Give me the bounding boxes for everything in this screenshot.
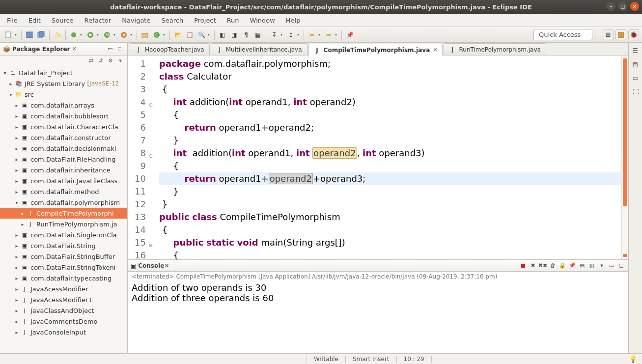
dropdown-icon[interactable]: ▾ <box>113 32 117 37</box>
tree-package[interactable]: ▸▣com.dataflair.inheritance <box>0 165 127 175</box>
dropdown-icon[interactable]: ▾ <box>297 32 301 37</box>
forward-icon[interactable]: ⇒ <box>323 29 334 40</box>
next-annotation-icon[interactable]: ↧ <box>269 29 279 40</box>
open-perspective-icon[interactable]: ⊞ <box>603 29 614 40</box>
outline-view-icon[interactable]: ☰ <box>631 46 641 56</box>
filter-icon[interactable]: ⚙ <box>107 57 114 65</box>
pin-icon[interactable]: 📌 <box>344 29 355 40</box>
open-type-icon[interactable]: 📂 <box>172 29 183 40</box>
open-console-icon[interactable]: ▥ <box>588 262 596 270</box>
ext-run-icon[interactable] <box>118 29 129 40</box>
quick-access-input[interactable]: Quick Access <box>533 29 592 40</box>
minimize-button[interactable]: – <box>607 2 615 11</box>
view-menu-icon[interactable]: ▾ <box>116 57 124 65</box>
dropdown-icon[interactable]: ▾ <box>97 32 101 37</box>
run-icon[interactable] <box>85 29 96 40</box>
tree-package[interactable]: ▸▣com.DataFlair.JavaFileClass <box>0 175 127 186</box>
pin-console-icon[interactable]: 📌 <box>568 262 576 270</box>
menu-source[interactable]: Source <box>47 15 79 26</box>
dropdown-icon[interactable]: ▾ <box>130 32 134 37</box>
tree-java-file[interactable]: ▸JJavaCommentsDemo <box>0 316 127 327</box>
tab-close-icon[interactable]: ✕ <box>433 47 437 53</box>
dropdown-icon[interactable]: ▾ <box>318 32 322 37</box>
maximize-view-icon[interactable]: ◻ <box>617 262 625 270</box>
save-icon[interactable] <box>24 29 35 40</box>
console-output[interactable]: Addition of two operands is 30 Addition … <box>128 281 628 353</box>
toggle-mark-icon[interactable]: ◨ <box>229 29 240 40</box>
new-icon[interactable] <box>3 29 14 40</box>
tree-package[interactable]: ▸▣com.DataFlair.StringBuffer <box>0 251 127 262</box>
line-number-gutter[interactable]: 1 2 3 4 5 6 7 8 9 10 11 12 13 14 15 16 <box>128 56 150 259</box>
minimize-view-icon[interactable]: ▭ <box>108 46 114 53</box>
tree-src[interactable]: ▾📁src <box>0 89 127 100</box>
task-list-icon[interactable]: ▤ <box>631 59 641 69</box>
open-task-icon[interactable]: 📋 <box>184 29 195 40</box>
block-select-icon[interactable]: ▦ <box>252 29 263 40</box>
menu-run[interactable]: Run <box>222 15 244 26</box>
tip-icon[interactable]: 💡 <box>629 355 637 363</box>
tree-java-file-selected[interactable]: ▸JCompileTimePolymorphi <box>0 208 127 219</box>
tree-java-file[interactable]: ▸JJavaClassAndObject <box>0 305 127 316</box>
tree-package-open[interactable]: ▾▣com.dataflair.polymorphism <box>0 197 127 208</box>
tree-java-file[interactable]: ▸JJavaAcessModifier <box>0 283 127 294</box>
editor-area[interactable]: 1 2 3 4 5 6 7 8 9 10 11 12 13 14 15 16 p… <box>128 56 628 260</box>
dropdown-icon[interactable]: ▾ <box>335 32 339 37</box>
overview-ruler[interactable] <box>621 56 628 259</box>
editor-tab[interactable]: JRunTimePolymorphism.java <box>444 43 546 55</box>
tree-java-file[interactable]: ▸JJavaConsoleInput <box>0 327 127 337</box>
maximize-button[interactable]: ◻ <box>618 2 627 11</box>
code-editor[interactable]: package com.dataflair.polymorphism; clas… <box>150 56 621 259</box>
maximize-view-icon[interactable]: ◻ <box>117 46 124 53</box>
tree-jre[interactable]: ▸📚JRE System Library [JavaSE-12 <box>0 78 127 89</box>
editor-tab[interactable]: JHadoopTeacher.java <box>130 43 210 55</box>
coverage-icon[interactable]: % <box>102 29 112 40</box>
tree-package[interactable]: ▸▣com.dataflair.decisionmaki <box>0 143 127 154</box>
new-class-icon[interactable]: C <box>151 29 162 40</box>
tree-java-file[interactable]: ▸JRunTimePolymorphism.ja <box>0 219 127 229</box>
debug-icon[interactable] <box>68 29 79 40</box>
wand-icon[interactable]: ✨ <box>52 29 63 40</box>
save-all-icon[interactable] <box>36 29 47 40</box>
remove-all-icon[interactable]: ✖✖ <box>539 262 547 270</box>
tree-package[interactable]: ▸▣com.DataFlair.String <box>0 240 127 251</box>
menu-edit[interactable]: Edit <box>24 15 46 26</box>
menu-window[interactable]: Window <box>245 15 280 26</box>
tree-package[interactable]: ▸▣com.dataflair.typecasting <box>0 273 127 283</box>
tree-project[interactable]: ▾🗀DataFlair_Project <box>0 67 127 78</box>
scroll-lock-icon[interactable]: 🔒 <box>558 262 566 270</box>
menu-help[interactable]: Help <box>281 15 306 26</box>
tree-package[interactable]: ▸▣com.dataflair.bubblesort <box>0 111 127 121</box>
minimize-stack-icon[interactable]: ▭ <box>631 73 641 83</box>
dropdown-icon[interactable]: ▾ <box>80 32 84 37</box>
dropdown-icon[interactable]: ▾ <box>208 32 212 37</box>
show-whitespace-icon[interactable]: ¶ <box>241 29 251 40</box>
console-close-icon[interactable]: ✕ <box>164 262 169 269</box>
dropdown-icon[interactable]: ▾ <box>280 32 284 37</box>
menu-file[interactable]: File <box>2 15 23 26</box>
toggle-breadcrumb-icon[interactable]: ◧ <box>217 29 228 40</box>
tree-package[interactable]: ▸▣com.DataFlair.CharacterCla <box>0 121 127 132</box>
menu-refactor[interactable]: Refactor <box>80 15 116 26</box>
close-button[interactable]: ✕ <box>630 2 639 11</box>
tree-package[interactable]: ▸▣com.dataflair.method <box>0 186 127 197</box>
menu-project[interactable]: Project <box>189 15 221 26</box>
java-perspective-icon[interactable] <box>615 29 626 40</box>
tree-package[interactable]: ▸▣com.DataFlair.StringTokeni <box>0 262 127 273</box>
tree-package[interactable]: ▸▣com.DataFlair.FileHandling <box>0 154 127 165</box>
link-editor-icon[interactable]: ⇵ <box>97 57 105 65</box>
minimize-view-icon[interactable]: ▭ <box>608 262 615 270</box>
menu-navigate[interactable]: Navigate <box>117 15 155 26</box>
tree-package[interactable]: ▸▣com.dataflair.arrays <box>0 100 127 111</box>
dropdown-icon[interactable]: ▾ <box>15 32 19 37</box>
menu-search[interactable]: Search <box>156 15 188 26</box>
search-icon[interactable]: 🔍 <box>196 29 207 40</box>
editor-tab[interactable]: JMultilevelInheritance.java <box>211 43 307 55</box>
tree-package[interactable]: ▸▣com.dataflair.constructor <box>0 132 127 143</box>
editor-tab-active[interactable]: JCompileTimePolymorphism.java✕ <box>308 44 443 56</box>
project-tree[interactable]: ▾🗀DataFlair_Project ▸📚JRE System Library… <box>0 66 127 353</box>
prev-annotation-icon[interactable]: ↥ <box>285 29 296 40</box>
back-icon[interactable]: ⇐ <box>307 29 317 40</box>
view-close-icon[interactable]: ✕ <box>72 46 77 52</box>
new-package-icon[interactable] <box>140 29 150 40</box>
collapse-all-icon[interactable]: ⇄ <box>87 57 95 65</box>
